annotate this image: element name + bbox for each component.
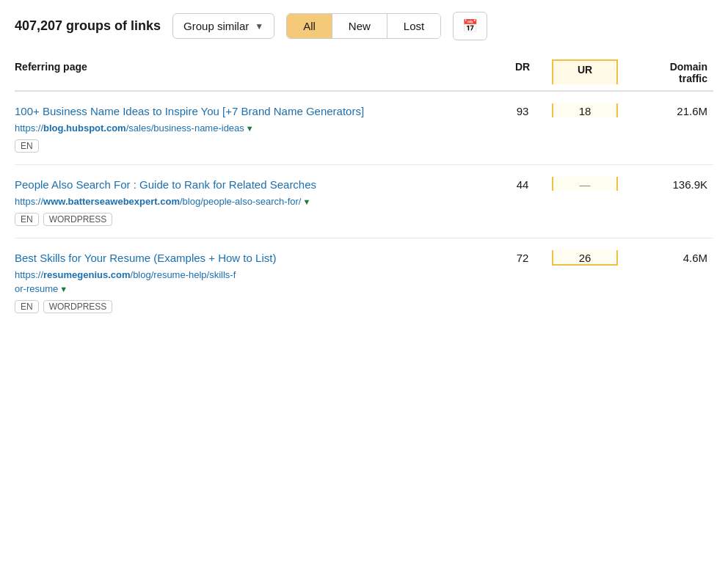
filter-new-button[interactable]: New: [332, 14, 387, 38]
page-url-1: https://blog.hubspot.com/sales/business-…: [15, 122, 481, 135]
filter-lost-button[interactable]: Lost: [387, 14, 440, 38]
groups-count: 407,207 groups of links: [15, 18, 161, 34]
calendar-button[interactable]: 📅: [453, 12, 487, 40]
tag-wordpress-2: WORDPRESS: [43, 213, 113, 226]
col-header-dr: DR: [493, 61, 552, 84]
url-expand-icon-1[interactable]: ▼: [246, 124, 254, 133]
tag-wordpress-3: WORDPRESS: [43, 300, 113, 313]
table-row: Best Skills for Your Resume (Examples + …: [15, 238, 713, 324]
cell-traffic-1: 21.6M: [618, 103, 713, 117]
tags-2: EN WORDPRESS: [15, 213, 481, 226]
cell-page-1: 100+ Business Name Ideas to Inspire You …: [15, 103, 493, 153]
cell-ur-3: 26: [552, 250, 618, 266]
dropdown-arrow-icon: ▼: [255, 21, 263, 32]
tag-en-2: EN: [15, 213, 39, 226]
cell-traffic-2: 136.9K: [618, 177, 713, 191]
header-row: 407,207 groups of links Group similar ▼ …: [15, 12, 713, 40]
url-expand-icon-2[interactable]: ▼: [302, 197, 310, 206]
dash-icon: —: [580, 178, 591, 191]
cell-page-3: Best Skills for Your Resume (Examples + …: [15, 250, 493, 313]
col-header-referring-page: Referring page: [15, 61, 493, 84]
group-similar-button[interactable]: Group similar ▼: [172, 13, 274, 39]
table-header: Referring page DR UR Domaintraffic: [15, 55, 713, 92]
cell-traffic-3: 4.6M: [618, 250, 713, 264]
page-url-3: https://resumegenius.com/blog/resume-hel…: [15, 269, 481, 295]
backlinks-table: Referring page DR UR Domaintraffic 100+ …: [15, 55, 713, 325]
tag-en-3: EN: [15, 300, 39, 313]
filter-group: All New Lost: [286, 13, 441, 39]
cell-dr-1: 93: [493, 103, 552, 117]
col-header-ur: UR: [552, 59, 618, 84]
cell-ur-2: —: [552, 177, 618, 191]
table-row: 100+ Business Name Ideas to Inspire You …: [15, 92, 713, 165]
cell-dr-2: 44: [493, 177, 552, 191]
table-row: People Also Search For : Guide to Rank f…: [15, 165, 713, 238]
domain-2: www.batterseawebexpert.com: [43, 196, 180, 207]
page-url-2: https://www.batterseawebexpert.com/blog/…: [15, 195, 481, 208]
url-expand-icon-3[interactable]: ▼: [59, 285, 68, 293]
page-title-link-1[interactable]: 100+ Business Name Ideas to Inspire You …: [15, 103, 481, 119]
cell-ur-1: 18: [552, 103, 618, 117]
domain-1: blog.hubspot.com: [43, 123, 126, 134]
col-header-domain-traffic: Domaintraffic: [618, 61, 713, 84]
cell-page-2: People Also Search For : Guide to Rank f…: [15, 177, 493, 226]
tag-en-1: EN: [15, 139, 39, 153]
domain-3: resumegenius.com: [43, 269, 131, 280]
cell-dr-3: 72: [493, 250, 552, 264]
filter-all-button[interactable]: All: [287, 14, 332, 38]
group-similar-label: Group similar: [183, 20, 249, 32]
tags-3: EN WORDPRESS: [15, 300, 481, 313]
calendar-icon: 📅: [462, 18, 478, 34]
tags-1: EN: [15, 139, 481, 153]
page-title-link-3[interactable]: Best Skills for Your Resume (Examples + …: [15, 250, 481, 266]
page-title-link-2[interactable]: People Also Search For : Guide to Rank f…: [15, 177, 481, 192]
